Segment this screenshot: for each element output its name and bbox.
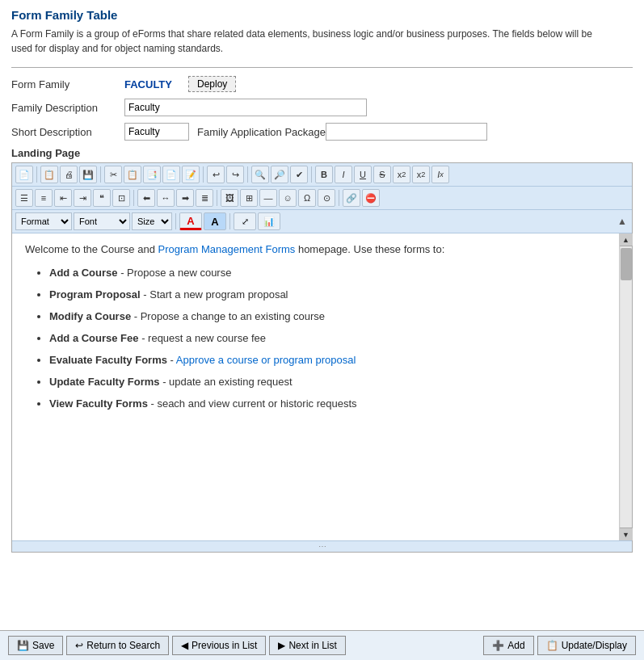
- editor-scrollbar[interactable]: ▲ ▼: [619, 233, 632, 540]
- item-bold: View Faculty Forms: [49, 397, 148, 410]
- paste-text-icon: 📄: [166, 170, 177, 180]
- list-item: Add a Course - Propose a new course: [49, 267, 606, 279]
- link-button[interactable]: 🔗: [343, 189, 360, 207]
- indent-button[interactable]: ⇥: [74, 189, 91, 207]
- table-button[interactable]: ⊞: [240, 189, 258, 207]
- font-color-button[interactable]: A: [179, 212, 202, 230]
- blockquote-button[interactable]: ❝: [93, 189, 111, 207]
- align-right-button[interactable]: ➡: [176, 189, 194, 207]
- family-description-input[interactable]: [124, 99, 367, 116]
- underline-button[interactable]: U: [354, 166, 372, 183]
- blockquote-icon: ❝: [99, 193, 104, 204]
- font-select[interactable]: Font: [74, 212, 130, 230]
- paste-text-button[interactable]: 📄: [162, 166, 180, 183]
- subscript-button[interactable]: x2: [393, 166, 410, 183]
- sep-9: [175, 213, 176, 229]
- list-item: View Faculty Forms - seach and view curr…: [49, 397, 606, 410]
- page-title: Form Family Table: [11, 8, 633, 22]
- align-center-button[interactable]: ↔: [157, 189, 175, 207]
- align-left-button[interactable]: ⬅: [137, 189, 155, 207]
- family-description-row: Family Description: [11, 99, 633, 116]
- format-select[interactable]: Format: [15, 212, 72, 230]
- return-search-label: Return to Search: [86, 640, 160, 651]
- previous-label: Previous in List: [192, 640, 257, 651]
- remove-format-button[interactable]: Ix: [431, 166, 449, 183]
- add-label: Add: [507, 640, 524, 651]
- form-family-row: Form Family FACULTY Deploy: [11, 76, 633, 92]
- save-doc-button[interactable]: 💾: [79, 166, 97, 183]
- update-display-button[interactable]: 📋 Update/Display: [537, 636, 636, 655]
- unlink-button[interactable]: ⛔: [362, 189, 380, 207]
- toolbar-row-1: 📄 📋 🖨 💾 ✂ 📋: [12, 163, 632, 187]
- spell-check-button[interactable]: ✔: [290, 166, 308, 183]
- scroll-up-button[interactable]: ▲: [620, 233, 633, 246]
- sep-7: [217, 190, 217, 206]
- program-link[interactable]: Program Management Forms: [158, 243, 296, 255]
- deploy-button[interactable]: Deploy: [188, 76, 236, 92]
- maximize-icon: ⤢: [242, 216, 249, 227]
- content-spacer: [0, 553, 644, 630]
- next-icon: ▶: [278, 640, 285, 651]
- copy-button[interactable]: 📋: [124, 166, 141, 183]
- align-justify-button[interactable]: ≣: [196, 189, 213, 207]
- item-bold: Add a Course Fee: [49, 332, 139, 344]
- superscript-button[interactable]: x2: [412, 166, 430, 183]
- unordered-list-button[interactable]: ≡: [35, 189, 53, 207]
- ordered-list-button[interactable]: ☰: [15, 189, 33, 207]
- maximize-button[interactable]: ⤢: [234, 212, 256, 230]
- editor-content[interactable]: Welcome to the Course and Program Manage…: [12, 233, 619, 540]
- outdent-button[interactable]: ⇤: [54, 189, 72, 207]
- add-icon: ➕: [492, 640, 504, 651]
- sep-10: [229, 213, 230, 229]
- iframe-button[interactable]: ⊙: [318, 189, 335, 207]
- size-select[interactable]: Size: [132, 212, 172, 230]
- family-app-label: Family Application Package: [197, 126, 326, 138]
- resize-handle[interactable]: ⋯: [12, 540, 632, 552]
- image-button[interactable]: 🖼: [221, 189, 238, 207]
- list-item: Modify a Course - Propose a change to an…: [49, 310, 606, 322]
- return-search-button[interactable]: ↩ Return to Search: [66, 636, 169, 655]
- family-app-input[interactable]: [326, 123, 487, 141]
- align-left-icon: ⬅: [143, 193, 150, 204]
- paste-button[interactable]: 📑: [143, 166, 161, 183]
- paste-word-icon: 📝: [185, 170, 196, 180]
- save-button[interactable]: 💾 Save: [8, 636, 63, 655]
- sep-5: [311, 166, 312, 183]
- next-button[interactable]: ▶ Next in List: [269, 636, 345, 655]
- item-bold: Evaluate Faculty Forms: [49, 354, 167, 366]
- italic-button[interactable]: I: [335, 166, 352, 183]
- paste-word-button[interactable]: 📝: [182, 166, 200, 183]
- source-button[interactable]: 📄: [15, 166, 33, 183]
- scroll-down-button[interactable]: ▼: [620, 528, 633, 540]
- short-description-input[interactable]: [124, 123, 189, 141]
- editor-scroll-wrapper: Welcome to the Course and Program Manage…: [12, 233, 632, 540]
- previous-button[interactable]: ◀ Previous in List: [172, 636, 266, 655]
- new-page-button[interactable]: 📋: [40, 166, 58, 183]
- smiley-button[interactable]: ☺: [279, 189, 297, 207]
- strikethrough-button[interactable]: S: [373, 166, 391, 183]
- chart-button[interactable]: 📊: [258, 212, 280, 230]
- special-char-button[interactable]: Ω: [298, 189, 316, 207]
- editor-container: 📄 📋 🖨 💾 ✂ 📋: [11, 162, 633, 553]
- scroll-thumb[interactable]: [621, 248, 632, 280]
- hr-button[interactable]: —: [259, 189, 277, 207]
- save-icon: 💾: [17, 640, 29, 651]
- editor-scroll-up[interactable]: ▲: [616, 216, 629, 227]
- add-button[interactable]: ➕ Add: [483, 636, 533, 655]
- print-button[interactable]: 🖨: [60, 166, 78, 183]
- approve-link[interactable]: Approve a course or program proposal: [176, 354, 356, 366]
- indent-icon: ⇥: [79, 193, 86, 204]
- sep-1: [36, 166, 37, 183]
- bold-button[interactable]: B: [315, 166, 333, 183]
- find-replace-button[interactable]: 🔎: [271, 166, 288, 183]
- find-button[interactable]: 🔍: [251, 166, 269, 183]
- redo-button[interactable]: ↪: [226, 166, 244, 183]
- list-item: Program Proposal - Start a new program p…: [49, 288, 606, 301]
- div-icon: ⊡: [118, 193, 125, 204]
- div-button[interactable]: ⊡: [112, 189, 130, 207]
- cut-button[interactable]: ✂: [104, 166, 122, 183]
- short-description-label: Short Description: [11, 126, 124, 138]
- bg-color-button[interactable]: A: [204, 212, 226, 230]
- undo-button[interactable]: ↩: [207, 166, 225, 183]
- chart-icon: 📊: [263, 216, 275, 227]
